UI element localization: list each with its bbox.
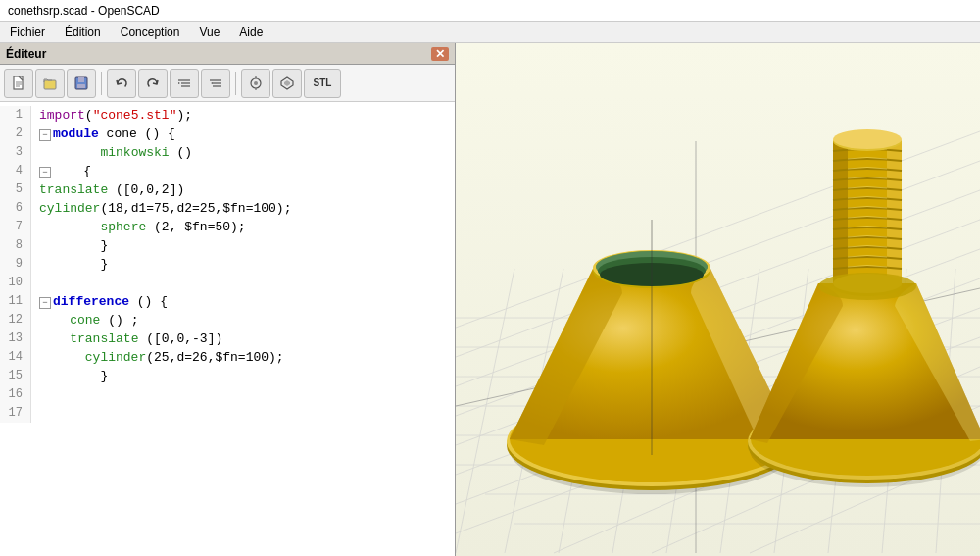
code-line-8: 8 } — [0, 236, 455, 255]
titlebar-text: conethsrp.scad - OpenSCAD — [8, 4, 160, 18]
editor-title: Éditeur — [6, 47, 46, 61]
titlebar: conethsrp.scad - OpenSCAD — [0, 0, 980, 22]
line-content-14: cylinder(25,d=26,$fn=100); — [31, 348, 284, 367]
undo-button[interactable] — [107, 69, 136, 98]
redo-button[interactable] — [138, 69, 168, 98]
toolbar-sep-1 — [101, 72, 102, 95]
menu-conception[interactable]: Conception — [111, 24, 190, 41]
editor-titlebar: Éditeur ✕ — [0, 43, 455, 65]
line-content-9: } — [31, 255, 108, 274]
line-content-12: cone () ; — [31, 311, 138, 329]
editor-panel: Éditeur ✕ — [0, 43, 456, 556]
line-num-8: 8 — [0, 236, 31, 255]
menu-aide[interactable]: Aide — [229, 24, 272, 41]
line-num-14: 14 — [0, 348, 31, 367]
code-line-6: 6 cylinder(18,d1=75,d2=25,$fn=100); — [0, 199, 455, 218]
code-line-13: 13 translate ([0,0,-3]) — [0, 329, 455, 348]
line-content-16 — [31, 385, 39, 404]
line-content-2: −module cone () { — [31, 125, 175, 143]
svg-rect-4 — [44, 80, 56, 89]
line-num-7: 7 — [0, 218, 31, 236]
menu-vue[interactable]: Vue — [189, 24, 229, 41]
code-line-11: 11 −difference () { — [0, 292, 455, 311]
line-content-5: translate ([0,0,2]) — [31, 180, 184, 199]
line-num-12: 12 — [0, 311, 31, 329]
code-line-9: 9 } — [0, 255, 455, 274]
svg-rect-69 — [887, 141, 902, 286]
line-content-17 — [31, 404, 39, 423]
toolbar-sep-2 — [235, 72, 236, 95]
line-num-9: 9 — [0, 255, 31, 274]
stl-button[interactable]: STL — [304, 69, 341, 98]
line-num-4: 4 — [0, 162, 31, 180]
code-line-14: 14 cylinder(25,d=26,$fn=100); — [0, 348, 455, 367]
svg-rect-7 — [77, 84, 85, 88]
code-line-16: 16 — [0, 385, 455, 404]
svg-marker-19 — [284, 80, 290, 86]
svg-rect-68 — [833, 141, 848, 286]
code-line-1: 1 import("cone5.stl"); — [0, 106, 455, 125]
line-content-8: } — [31, 236, 108, 255]
line-content-4: − { — [31, 162, 91, 180]
line-num-6: 6 — [0, 199, 31, 218]
code-editor[interactable]: 1 import("cone5.stl"); 2 −module cone ()… — [0, 102, 455, 556]
collapse-2[interactable]: − — [39, 129, 51, 141]
line-num-5: 5 — [0, 180, 31, 199]
code-line-10: 10 — [0, 274, 455, 292]
line-num-15: 15 — [0, 367, 31, 385]
render-button[interactable] — [272, 69, 302, 98]
collapse-4[interactable]: − — [39, 167, 51, 178]
line-content-10 — [31, 274, 39, 292]
code-line-2: 2 −module cone () { — [0, 125, 455, 143]
line-content-15: } — [31, 367, 108, 385]
code-line-3: 3 minkowski () — [0, 143, 455, 162]
code-line-17: 17 — [0, 404, 455, 423]
3d-viewport[interactable] — [456, 43, 980, 556]
editor-close-button[interactable]: ✕ — [431, 47, 449, 61]
line-num-1: 1 — [0, 106, 31, 125]
code-line-4: 4 − { — [0, 162, 455, 180]
menubar: Fichier Édition Conception Vue Aide — [0, 22, 980, 43]
svg-point-15 — [254, 81, 258, 85]
svg-rect-6 — [78, 77, 84, 82]
line-num-13: 13 — [0, 329, 31, 348]
preview-button[interactable] — [241, 69, 270, 98]
code-line-7: 7 sphere (2, $fn=50); — [0, 218, 455, 236]
line-content-3: minkowski () — [31, 143, 192, 162]
grid-background — [456, 43, 980, 556]
menu-edition[interactable]: Édition — [55, 24, 111, 41]
line-num-17: 17 — [0, 404, 31, 423]
menu-fichier[interactable]: Fichier — [0, 24, 55, 41]
main-layout: Éditeur ✕ — [0, 43, 980, 556]
svg-point-74 — [818, 273, 916, 300]
line-content-13: translate ([0,0,-3]) — [31, 329, 222, 348]
code-line-12: 12 cone () ; — [0, 311, 455, 329]
editor-toolbar: STL — [0, 65, 455, 102]
line-content-11: −difference () { — [31, 292, 168, 311]
code-line-5: 5 translate ([0,0,2]) — [0, 180, 455, 199]
line-num-11: 11 — [0, 292, 31, 311]
unindent-button[interactable] — [201, 69, 230, 98]
new-button[interactable] — [4, 69, 33, 98]
line-content-7: sphere (2, $fn=50); — [31, 218, 246, 236]
line-num-10: 10 — [0, 274, 31, 292]
collapse-11[interactable]: − — [39, 297, 51, 309]
line-num-2: 2 — [0, 125, 31, 143]
line-content-6: cylinder(18,d1=75,d2=25,$fn=100); — [31, 199, 291, 218]
line-num-3: 3 — [0, 143, 31, 162]
code-line-15: 15 } — [0, 367, 455, 385]
svg-point-71 — [833, 129, 902, 149]
indent-button[interactable] — [170, 69, 199, 98]
save-button[interactable] — [67, 69, 96, 98]
open-button[interactable] — [35, 69, 65, 98]
line-num-16: 16 — [0, 385, 31, 404]
line-content-1: import("cone5.stl"); — [31, 106, 192, 125]
